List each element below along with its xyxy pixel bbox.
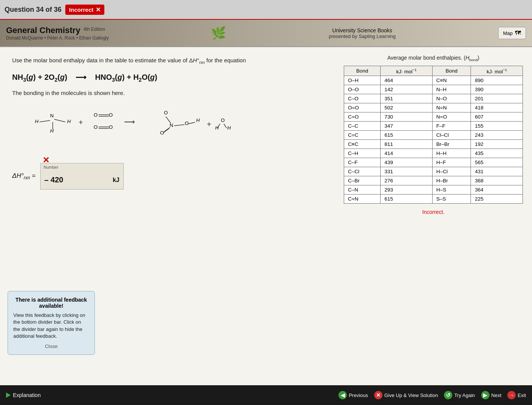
bond-col2: H–H xyxy=(432,149,471,158)
svg-text:O: O xyxy=(109,124,113,130)
question-text: Use the molar bond enthalpy data in the … xyxy=(12,56,323,66)
bond-col1: C=O xyxy=(344,112,381,122)
table-row: C–O 351 N–O 201 xyxy=(344,94,523,103)
table-row: O=O 502 N=N 418 xyxy=(344,103,523,112)
table-row: C–H 414 H–H 435 xyxy=(344,149,523,158)
svg-text:H: H xyxy=(196,117,200,123)
svg-line-22 xyxy=(166,117,171,123)
bond-col2: N=O xyxy=(432,112,471,122)
bond-col2: H–S xyxy=(432,185,471,195)
svg-line-5 xyxy=(54,119,65,122)
value-col2: 890 xyxy=(471,76,523,85)
value-col2: 368 xyxy=(471,176,523,185)
next-button[interactable]: ▶ Next xyxy=(481,391,502,399)
col-kj-2: kJ· mol−1 xyxy=(471,66,523,76)
bond-col2: N=N xyxy=(432,103,471,112)
table-row: C–N 293 H–S 364 xyxy=(344,185,523,195)
equation-text: NH3(g) + 2O2(g) ⟶ HNO3(g) + H2O(g) xyxy=(12,73,157,81)
delta-label: ΔH°rxn = xyxy=(12,172,36,180)
map-button[interactable]: Map 🗺 xyxy=(498,27,526,39)
bond-col1: C–N xyxy=(344,185,381,195)
value-col2: 390 xyxy=(471,85,523,94)
value-col2: 225 xyxy=(471,195,523,204)
tryagain-button[interactable]: ↺ Try Again xyxy=(444,391,475,399)
bond-col2: H–F xyxy=(432,158,471,167)
svg-text:O: O xyxy=(185,120,189,126)
explanation-button[interactable]: Explanation xyxy=(6,392,41,398)
next-label: Next xyxy=(491,392,502,398)
exit-icon: → xyxy=(507,391,516,399)
value-col1: 502 xyxy=(381,103,433,112)
col-bond-1: Bond xyxy=(344,66,381,76)
svg-text:O: O xyxy=(109,112,113,118)
value-col2: 201 xyxy=(471,94,523,103)
svg-text:H: H xyxy=(227,125,231,131)
bond-col2: Cl–Cl xyxy=(432,131,471,140)
table-row: C=N 615 S–S 225 xyxy=(344,195,523,204)
answer-box-wrapper: ✕ Number – 420 kJ xyxy=(40,163,124,190)
giveup-button[interactable]: ✕ Give Up & View Solution xyxy=(374,391,438,399)
previous-button[interactable]: ◀ Previous xyxy=(338,391,368,399)
incorrect-message: Incorrect. xyxy=(344,209,523,215)
value-col1: 331 xyxy=(381,167,433,176)
value-col1: 347 xyxy=(381,122,433,131)
table-row: C≡C 811 Br–Br 192 xyxy=(344,140,523,149)
svg-text:+: + xyxy=(207,120,211,128)
table-title: Average molar bond enthalpies. (Hbond) xyxy=(344,55,523,62)
tryagain-icon: ↺ xyxy=(444,391,452,399)
book-info: General Chemistry 4th Edition Donald McQ… xyxy=(6,25,109,41)
svg-text:O: O xyxy=(94,124,98,130)
bond-col1: C–H xyxy=(344,149,381,158)
feedback-title: There is additional feedback available! xyxy=(13,297,89,309)
next-icon: ▶ xyxy=(481,391,490,399)
answer-value[interactable]: – 420 xyxy=(44,176,110,184)
play-icon xyxy=(6,392,11,398)
svg-text:N: N xyxy=(50,113,54,119)
publisher-info: University Science Books presented by Sa… xyxy=(329,27,395,39)
bond-col2: H–Br xyxy=(432,176,471,185)
feedback-body: View this feedback by clicking on the bo… xyxy=(13,312,89,340)
right-panel: Average molar bond enthalpies. (Hbond) B… xyxy=(335,47,532,385)
bond-col2: Br–Br xyxy=(432,140,471,149)
svg-text:H: H xyxy=(35,119,39,124)
answer-input-container[interactable]: Number – 420 kJ xyxy=(40,163,124,190)
bond-table: Bond kJ· mol−1 Bond kJ· mol−1 O–H 464 C≡… xyxy=(344,66,523,204)
incorrect-badge: Incorrect ✕ xyxy=(65,5,104,15)
value-col1: 276 xyxy=(381,176,433,185)
value-col2: 192 xyxy=(471,140,523,149)
exit-label: Exit xyxy=(518,392,526,398)
value-col2: 607 xyxy=(471,112,523,122)
bond-col1: C–O xyxy=(344,94,381,103)
giveup-label: Give Up & View Solution xyxy=(384,392,438,398)
svg-line-25 xyxy=(164,127,170,132)
value-col1: 414 xyxy=(381,149,433,158)
number-sublabel: Number xyxy=(44,165,58,169)
svg-text:H: H xyxy=(67,119,71,124)
svg-line-26 xyxy=(163,128,169,133)
value-col2: 364 xyxy=(471,185,523,195)
svg-text:+: + xyxy=(79,118,83,127)
bond-col1: C≡C xyxy=(344,140,381,149)
answer-area: ΔH°rxn = ✕ Number – 420 kJ xyxy=(12,163,323,190)
bond-col1: C=C xyxy=(344,131,381,140)
giveup-icon: ✕ xyxy=(374,391,382,399)
bonding-text: The bonding in the molecules is shown he… xyxy=(12,90,323,96)
svg-text:N: N xyxy=(170,122,173,128)
question-counter: Question 34 of 36 xyxy=(5,6,61,14)
table-row: C–Cl 331 H–Cl 431 xyxy=(344,167,523,176)
value-col2: 431 xyxy=(471,167,523,176)
table-row: C–Br 276 H–Br 368 xyxy=(344,176,523,185)
previous-icon: ◀ xyxy=(338,391,347,399)
explanation-label: Explanation xyxy=(13,392,41,398)
table-row: C=C 615 Cl–Cl 243 xyxy=(344,131,523,140)
svg-text:⟶: ⟶ xyxy=(124,117,135,126)
tryagain-label: Try Again xyxy=(454,392,475,398)
feedback-close-button[interactable]: Close xyxy=(13,343,89,349)
value-col2: 155 xyxy=(471,122,523,131)
bond-col2: H–Cl xyxy=(432,167,471,176)
bond-col2: C≡N xyxy=(432,76,471,85)
bond-col2: F–F xyxy=(432,122,471,131)
table-row: O–H 464 C≡N 890 xyxy=(344,76,523,85)
exit-button[interactable]: → Exit xyxy=(507,391,526,399)
table-row: C–F 439 H–F 565 xyxy=(344,158,523,167)
